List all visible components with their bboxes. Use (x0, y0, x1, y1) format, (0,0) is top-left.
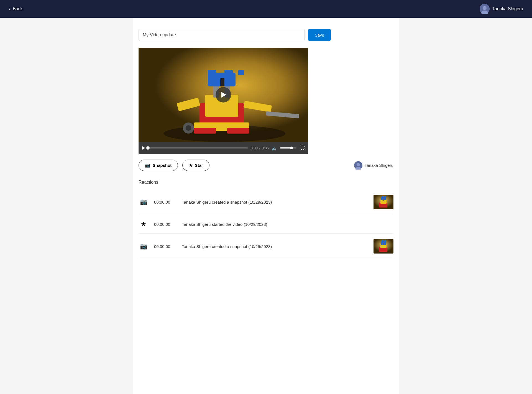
star-button[interactable]: ★ Star (182, 160, 209, 171)
avatar (480, 4, 490, 14)
star-label: Star (195, 163, 203, 168)
svg-rect-39 (382, 240, 383, 242)
svg-point-1 (483, 6, 487, 10)
thumb-image (374, 239, 393, 254)
video-title-input[interactable] (139, 29, 305, 41)
total-time: 0:06 (262, 146, 269, 150)
camera-icon: 📷 (145, 163, 150, 168)
title-bar: Save (139, 29, 393, 41)
user-tag: Tanaka Shigeru (354, 161, 393, 170)
reaction-text: Tanaka Shigeru started the video (10/29/… (182, 222, 393, 227)
play-icon (221, 92, 226, 98)
reaction-thumbnail (374, 195, 393, 209)
svg-rect-41 (383, 243, 384, 245)
volume-icon[interactable]: 🔈 (272, 145, 277, 151)
reaction-time: 00:00:00 (154, 244, 176, 249)
app-header: ‹ Back Tanaka Shigeru (0, 0, 532, 18)
reaction-camera-icon: 📷 (139, 198, 149, 206)
reaction-camera-icon: 📷 (139, 243, 149, 250)
reactions-section: Reactions 📷 00:00:00 Tanaka Shigeru crea… (139, 180, 393, 259)
star-icon: ★ (189, 163, 193, 168)
play-control-icon[interactable] (142, 146, 145, 150)
reaction-time: 00:00:00 (154, 222, 176, 227)
reaction-text: Tanaka Shigeru created a snapshot (10/29… (182, 244, 368, 249)
time-display: 0:00 / 0:06 (251, 146, 269, 150)
reaction-item: 📷 00:00:00 Tanaka Shigeru created a snap… (139, 189, 393, 215)
main-content: Save (133, 18, 399, 394)
action-user-name: Tanaka Shigeru (365, 163, 393, 168)
video-controls: 0:00 / 0:06 🔈 ⛶ (139, 142, 308, 154)
reaction-text: Tanaka Shigeru created a snapshot (10/29… (182, 200, 368, 204)
back-button[interactable]: ‹ Back (9, 6, 23, 12)
svg-rect-32 (385, 196, 386, 198)
video-player: 0:00 / 0:06 🔈 ⛶ (139, 48, 308, 154)
reaction-item: 📷 00:00:00 Tanaka Shigeru created a snap… (139, 234, 393, 259)
thumb-image (374, 195, 393, 209)
snapshot-label: Snapshot (153, 163, 172, 168)
fullscreen-icon[interactable]: ⛶ (300, 145, 305, 150)
snapshot-button[interactable]: 📷 Snapshot (139, 160, 178, 171)
reactions-label: Reactions (139, 180, 393, 185)
svg-rect-31 (382, 196, 383, 198)
reaction-item: ★ 00:00:00 Tanaka Shigeru started the vi… (139, 215, 393, 234)
back-chevron-icon: ‹ (9, 6, 11, 12)
reaction-star-icon: ★ (139, 221, 149, 228)
volume-bar[interactable] (280, 147, 296, 149)
svg-point-24 (357, 163, 360, 166)
save-button[interactable]: Save (308, 29, 331, 41)
play-overlay[interactable] (139, 48, 308, 142)
current-time: 0:00 (251, 146, 258, 150)
volume-dot (290, 147, 293, 149)
play-button[interactable] (216, 87, 231, 103)
user-profile: Tanaka Shigeru (480, 4, 523, 14)
progress-dot (146, 146, 150, 150)
back-label: Back (13, 6, 23, 11)
svg-rect-33 (383, 199, 384, 201)
reaction-thumbnail (374, 239, 393, 254)
user-tag-avatar (354, 161, 362, 170)
progress-bar[interactable] (148, 147, 248, 149)
svg-rect-40 (385, 240, 386, 242)
video-thumbnail (139, 48, 308, 142)
volume-fill (280, 147, 291, 149)
header-user-name: Tanaka Shigeru (492, 6, 523, 11)
action-row: 📷 Snapshot ★ Star Tanaka Shigeru (139, 160, 393, 171)
time-separator: / (259, 146, 260, 150)
reaction-time: 00:00:00 (154, 200, 176, 204)
reaction-list: 📷 00:00:00 Tanaka Shigeru created a snap… (139, 189, 393, 259)
